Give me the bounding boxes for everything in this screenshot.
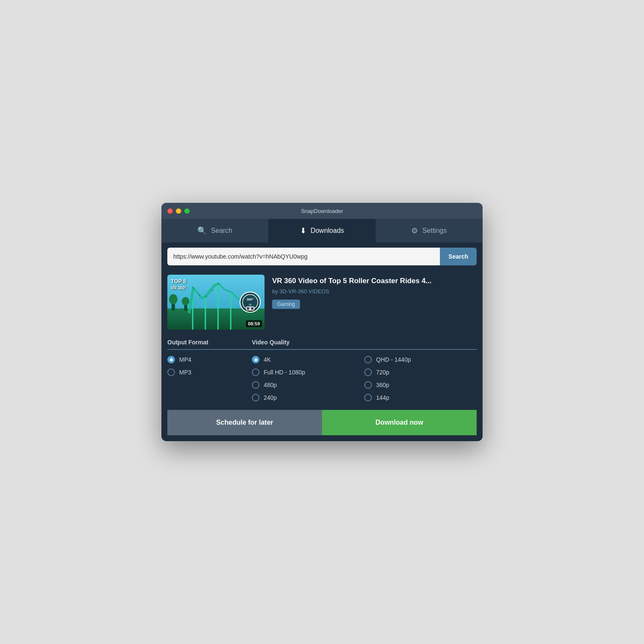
quality-1440p-label: QHD - 1440p: [376, 356, 411, 363]
window-title: SnapDownloader: [301, 208, 343, 214]
quality-divider: [252, 349, 477, 350]
bottom-bar: Schedule for later Download now: [167, 410, 477, 435]
quality-480p-label: 480p: [264, 382, 277, 388]
search-icon: 🔍: [197, 226, 207, 235]
format-mp3-label: MP3: [179, 369, 191, 376]
thumbnail-background: TOP 5 VR 360° 360° VR: [167, 275, 265, 330]
quality-144p-label: 144p: [376, 394, 389, 401]
options-section: Output Format MP4 MP3 Video Quality: [167, 339, 477, 401]
format-radio-group: MP4 MP3: [167, 356, 252, 376]
quality-option-1440p[interactable]: QHD - 1440p: [364, 356, 477, 363]
title-bar: SnapDownloader: [161, 203, 483, 219]
tab-bar: 🔍 Search ⬇ Downloads ⚙ Settings: [161, 219, 483, 243]
search-button[interactable]: Search: [440, 248, 477, 265]
tab-downloads[interactable]: ⬇ Downloads: [268, 219, 375, 243]
schedule-button[interactable]: Schedule for later: [167, 410, 322, 435]
quality-option-480p[interactable]: 480p: [252, 381, 364, 389]
quality-option-144p[interactable]: 144p: [364, 394, 477, 401]
url-input[interactable]: [167, 248, 440, 265]
maximize-button[interactable]: [184, 208, 190, 214]
radio-mp3-indicator: [167, 368, 175, 376]
vr360-label: VR 360°: [171, 285, 186, 291]
video-card: TOP 5 VR 360° 360° VR: [167, 275, 477, 330]
quality-option-240p[interactable]: 240p: [252, 394, 364, 401]
quality-option-720p[interactable]: 720p: [364, 368, 477, 376]
download-button[interactable]: Download now: [322, 410, 477, 435]
quality-col-2: QHD - 1440p 720p 360p 144p: [364, 356, 477, 401]
app-window: SnapDownloader 🔍 Search ⬇ Downloads ⚙ Se…: [161, 203, 483, 441]
close-button[interactable]: [167, 208, 173, 214]
radio-4k-indicator: [252, 356, 259, 363]
top5-label: TOP 5: [171, 278, 186, 285]
video-thumbnail: TOP 5 VR 360° 360° VR: [167, 275, 265, 330]
radio-1080p-indicator: [252, 368, 259, 376]
category-badge: Gaming: [272, 300, 300, 309]
format-option-mp3[interactable]: MP3: [167, 368, 252, 376]
output-format-title: Output Format: [167, 339, 252, 346]
svg-text:VR: VR: [249, 303, 252, 306]
vr-badge: 360° VR: [239, 291, 261, 313]
download-icon: ⬇: [300, 226, 306, 235]
format-mp4-label: MP4: [179, 356, 191, 363]
main-content: TOP 5 VR 360° 360° VR: [161, 270, 483, 441]
format-divider: [167, 349, 252, 350]
format-option-mp4[interactable]: MP4: [167, 356, 252, 363]
svg-text:360°: 360°: [247, 297, 254, 301]
radio-mp4-indicator: [167, 356, 175, 363]
radio-360p-indicator: [364, 381, 372, 389]
minimize-button[interactable]: [176, 208, 181, 214]
traffic-lights: [167, 208, 190, 214]
video-quality-title: Video Quality: [252, 339, 477, 346]
duration-badge: 08:59: [246, 320, 262, 327]
tab-settings[interactable]: ⚙ Settings: [376, 219, 483, 243]
video-channel: by 3D-VR-360 VIDEOS: [272, 288, 431, 295]
quality-720p-label: 720p: [376, 369, 389, 376]
radio-1440p-indicator: [364, 356, 372, 363]
video-info: VR 360 Video of Top 5 Roller Coaster Rid…: [272, 275, 431, 330]
quality-columns: 4K Full HD - 1080p 480p 240p: [252, 356, 477, 401]
quality-4k-label: 4K: [264, 356, 271, 363]
quality-360p-label: 360p: [376, 382, 389, 388]
tab-downloads-label: Downloads: [311, 227, 344, 235]
radio-480p-indicator: [252, 381, 259, 389]
svg-rect-20: [247, 307, 249, 310]
tab-search[interactable]: 🔍 Search: [161, 219, 268, 243]
quality-col-1: 4K Full HD - 1080p 480p 240p: [252, 356, 364, 401]
tab-search-label: Search: [211, 227, 232, 235]
svg-point-3: [169, 294, 177, 304]
svg-point-5: [182, 297, 189, 306]
radio-144p-indicator: [364, 394, 372, 401]
svg-rect-21: [251, 307, 254, 310]
radio-240p-indicator: [252, 394, 259, 401]
gear-icon: ⚙: [411, 226, 418, 235]
radio-720p-indicator: [364, 368, 372, 376]
output-format-group: Output Format MP4 MP3: [167, 339, 252, 401]
quality-240p-label: 240p: [264, 394, 277, 401]
quality-option-360p[interactable]: 360p: [364, 381, 477, 389]
quality-option-1080p[interactable]: Full HD - 1080p: [252, 368, 364, 376]
video-title: VR 360 Video of Top 5 Roller Coaster Rid…: [272, 276, 431, 286]
url-search-bar: Search: [167, 248, 477, 265]
thumbnail-top-text: TOP 5 VR 360°: [171, 278, 186, 291]
quality-option-4k[interactable]: 4K: [252, 356, 364, 363]
tab-settings-label: Settings: [422, 227, 447, 235]
video-quality-group: Video Quality 4K Full HD - 1080p: [252, 339, 477, 401]
quality-1080p-label: Full HD - 1080p: [264, 369, 305, 376]
